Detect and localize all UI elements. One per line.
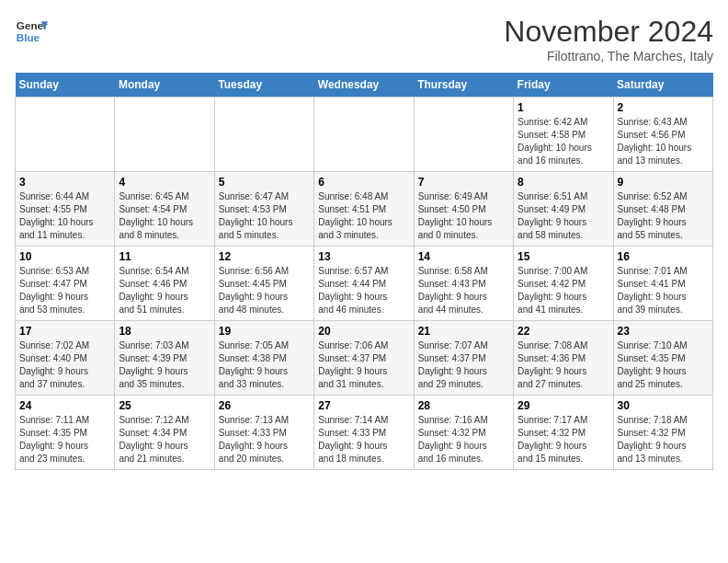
day-info: Sunrise: 7:00 AM Sunset: 4:42 PM Dayligh…: [518, 265, 609, 316]
weekday-header-saturday: Saturday: [613, 73, 712, 98]
calendar-day-24: 24Sunrise: 7:11 AM Sunset: 4:35 PM Dayli…: [16, 396, 115, 470]
calendar-day-8: 8Sunrise: 6:51 AM Sunset: 4:49 PM Daylig…: [514, 172, 613, 247]
calendar-day-19: 19Sunrise: 7:05 AM Sunset: 4:38 PM Dayli…: [214, 321, 313, 396]
day-number: 6: [318, 176, 409, 189]
calendar-day-empty: [314, 98, 414, 172]
logo-icon: General Blue: [15, 15, 48, 48]
calendar-day-3: 3Sunrise: 6:44 AM Sunset: 4:55 PM Daylig…: [16, 172, 115, 247]
day-info: Sunrise: 6:49 AM Sunset: 4:50 PM Dayligh…: [418, 190, 509, 242]
day-info: Sunrise: 7:08 AM Sunset: 4:36 PM Dayligh…: [518, 339, 609, 391]
day-info: Sunrise: 6:53 AM Sunset: 4:47 PM Dayligh…: [19, 265, 110, 316]
day-number: 25: [119, 399, 210, 412]
day-info: Sunrise: 7:12 AM Sunset: 4:34 PM Dayligh…: [119, 414, 210, 465]
calendar-day-1: 1Sunrise: 6:42 AM Sunset: 4:58 PM Daylig…: [514, 98, 613, 172]
calendar-day-empty: [414, 98, 513, 172]
calendar-day-empty: [115, 98, 214, 172]
day-info: Sunrise: 7:10 AM Sunset: 4:35 PM Dayligh…: [618, 339, 709, 391]
title-block: November 2024 Filottrano, The Marches, I…: [504, 15, 713, 63]
weekday-header-friday: Friday: [514, 73, 613, 98]
day-info: Sunrise: 6:45 AM Sunset: 4:54 PM Dayligh…: [119, 190, 210, 242]
day-number: 12: [219, 250, 310, 263]
day-number: 2: [618, 101, 709, 114]
calendar-day-27: 27Sunrise: 7:14 AM Sunset: 4:33 PM Dayli…: [314, 396, 414, 470]
calendar-day-21: 21Sunrise: 7:07 AM Sunset: 4:37 PM Dayli…: [414, 321, 513, 396]
day-info: Sunrise: 6:42 AM Sunset: 4:58 PM Dayligh…: [518, 116, 609, 167]
weekday-header-thursday: Thursday: [414, 73, 513, 98]
calendar-day-4: 4Sunrise: 6:45 AM Sunset: 4:54 PM Daylig…: [115, 172, 214, 247]
calendar-day-30: 30Sunrise: 7:18 AM Sunset: 4:32 PM Dayli…: [613, 396, 712, 470]
weekday-header-row: SundayMondayTuesdayWednesdayThursdayFrid…: [16, 73, 713, 98]
day-info: Sunrise: 7:03 AM Sunset: 4:39 PM Dayligh…: [119, 339, 210, 391]
month-title: November 2024: [504, 15, 713, 49]
day-number: 8: [518, 176, 609, 189]
day-info: Sunrise: 6:47 AM Sunset: 4:53 PM Dayligh…: [219, 190, 310, 242]
svg-text:Blue: Blue: [17, 31, 40, 43]
calendar-day-12: 12Sunrise: 6:56 AM Sunset: 4:45 PM Dayli…: [214, 247, 313, 321]
location-subtitle: Filottrano, The Marches, Italy: [504, 49, 713, 63]
day-info: Sunrise: 6:58 AM Sunset: 4:43 PM Dayligh…: [418, 265, 509, 316]
day-number: 15: [518, 250, 609, 263]
logo: General Blue: [15, 15, 48, 48]
calendar-day-20: 20Sunrise: 7:06 AM Sunset: 4:37 PM Dayli…: [314, 321, 414, 396]
day-number: 29: [518, 399, 609, 412]
calendar-day-29: 29Sunrise: 7:17 AM Sunset: 4:32 PM Dayli…: [514, 396, 613, 470]
calendar-week-row: 24Sunrise: 7:11 AM Sunset: 4:35 PM Dayli…: [16, 396, 713, 470]
day-number: 11: [119, 250, 210, 263]
calendar-day-22: 22Sunrise: 7:08 AM Sunset: 4:36 PM Dayli…: [514, 321, 613, 396]
day-info: Sunrise: 6:54 AM Sunset: 4:46 PM Dayligh…: [119, 265, 210, 316]
day-info: Sunrise: 6:57 AM Sunset: 4:44 PM Dayligh…: [318, 265, 409, 316]
calendar-day-2: 2Sunrise: 6:43 AM Sunset: 4:56 PM Daylig…: [613, 98, 712, 172]
day-info: Sunrise: 7:18 AM Sunset: 4:32 PM Dayligh…: [618, 414, 709, 465]
calendar-day-26: 26Sunrise: 7:13 AM Sunset: 4:33 PM Dayli…: [214, 396, 313, 470]
weekday-header-sunday: Sunday: [16, 73, 115, 98]
day-info: Sunrise: 7:14 AM Sunset: 4:33 PM Dayligh…: [318, 414, 409, 465]
calendar-day-5: 5Sunrise: 6:47 AM Sunset: 4:53 PM Daylig…: [214, 172, 313, 247]
day-number: 28: [418, 399, 509, 412]
day-number: 3: [19, 176, 110, 189]
calendar-day-18: 18Sunrise: 7:03 AM Sunset: 4:39 PM Dayli…: [115, 321, 214, 396]
day-number: 14: [418, 250, 509, 263]
day-info: Sunrise: 6:52 AM Sunset: 4:48 PM Dayligh…: [618, 190, 709, 242]
day-info: Sunrise: 6:43 AM Sunset: 4:56 PM Dayligh…: [618, 116, 709, 167]
day-number: 16: [618, 250, 709, 263]
day-number: 7: [418, 176, 509, 189]
calendar-day-14: 14Sunrise: 6:58 AM Sunset: 4:43 PM Dayli…: [414, 247, 513, 321]
day-info: Sunrise: 6:44 AM Sunset: 4:55 PM Dayligh…: [19, 190, 110, 242]
day-number: 27: [318, 399, 409, 412]
calendar-week-row: 3Sunrise: 6:44 AM Sunset: 4:55 PM Daylig…: [16, 172, 713, 247]
day-number: 4: [119, 176, 210, 189]
weekday-header-monday: Monday: [115, 73, 214, 98]
day-number: 1: [518, 101, 609, 114]
weekday-header-tuesday: Tuesday: [214, 73, 313, 98]
day-number: 18: [119, 325, 210, 338]
day-number: 9: [618, 176, 709, 189]
day-number: 20: [318, 325, 409, 338]
day-number: 17: [19, 325, 110, 338]
day-number: 21: [418, 325, 509, 338]
calendar-week-row: 10Sunrise: 6:53 AM Sunset: 4:47 PM Dayli…: [16, 247, 713, 321]
calendar-day-25: 25Sunrise: 7:12 AM Sunset: 4:34 PM Dayli…: [115, 396, 214, 470]
calendar-day-6: 6Sunrise: 6:48 AM Sunset: 4:51 PM Daylig…: [314, 172, 414, 247]
day-number: 30: [618, 399, 709, 412]
calendar-day-empty: [214, 98, 313, 172]
day-number: 5: [219, 176, 310, 189]
calendar-day-16: 16Sunrise: 7:01 AM Sunset: 4:41 PM Dayli…: [613, 247, 712, 321]
day-info: Sunrise: 6:48 AM Sunset: 4:51 PM Dayligh…: [318, 190, 409, 242]
day-info: Sunrise: 7:16 AM Sunset: 4:32 PM Dayligh…: [418, 414, 509, 465]
calendar-day-15: 15Sunrise: 7:00 AM Sunset: 4:42 PM Dayli…: [514, 247, 613, 321]
calendar-day-10: 10Sunrise: 6:53 AM Sunset: 4:47 PM Dayli…: [16, 247, 115, 321]
calendar-day-17: 17Sunrise: 7:02 AM Sunset: 4:40 PM Dayli…: [16, 321, 115, 396]
calendar-day-23: 23Sunrise: 7:10 AM Sunset: 4:35 PM Dayli…: [613, 321, 712, 396]
calendar-day-11: 11Sunrise: 6:54 AM Sunset: 4:46 PM Dayli…: [115, 247, 214, 321]
page-header: General Blue November 2024 Filottrano, T…: [15, 15, 713, 63]
day-info: Sunrise: 7:05 AM Sunset: 4:38 PM Dayligh…: [219, 339, 310, 391]
calendar-day-28: 28Sunrise: 7:16 AM Sunset: 4:32 PM Dayli…: [414, 396, 513, 470]
day-number: 13: [318, 250, 409, 263]
day-info: Sunrise: 7:06 AM Sunset: 4:37 PM Dayligh…: [318, 339, 409, 391]
day-number: 22: [518, 325, 609, 338]
day-number: 26: [219, 399, 310, 412]
calendar-day-9: 9Sunrise: 6:52 AM Sunset: 4:48 PM Daylig…: [613, 172, 712, 247]
calendar-day-empty: [16, 98, 115, 172]
day-info: Sunrise: 7:02 AM Sunset: 4:40 PM Dayligh…: [19, 339, 110, 391]
day-info: Sunrise: 6:51 AM Sunset: 4:49 PM Dayligh…: [518, 190, 609, 242]
